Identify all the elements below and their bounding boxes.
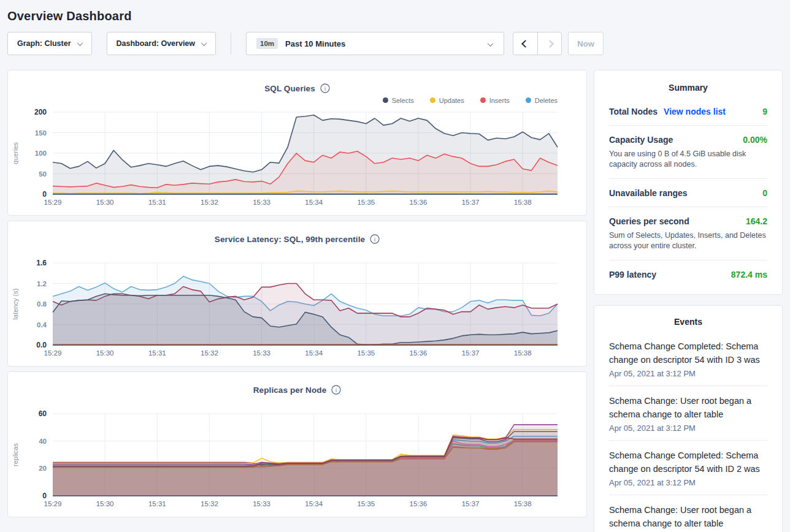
info-icon[interactable]: i xyxy=(320,83,330,93)
event-item[interactable]: Schema Change: User root began a schema … xyxy=(609,495,767,532)
summary-row-unavailable: Unavailable ranges 0 xyxy=(609,179,767,207)
graph-scope-label: Graph: Cluster xyxy=(17,39,71,48)
svg-text:0: 0 xyxy=(42,492,47,500)
legend-item[interactable]: Updates xyxy=(430,97,464,104)
svg-text:replicas: replicas xyxy=(12,443,19,466)
svg-text:15:29: 15:29 xyxy=(44,349,62,357)
sql-legend: SelectsUpdatesInsertsDeletes xyxy=(8,94,586,106)
chart-title: Service Latency: SQL, 99th percentile xyxy=(215,235,365,244)
svg-text:15:38: 15:38 xyxy=(514,500,532,507)
total-nodes-value: 9 xyxy=(762,107,767,116)
summary-row-p99: P99 latency 872.4 ms xyxy=(609,260,767,282)
time-nav-group xyxy=(513,32,562,55)
svg-text:15:31: 15:31 xyxy=(148,500,166,507)
legend-item[interactable]: Inserts xyxy=(480,97,510,104)
events-panel: Events Schema Change Completed: Schema c… xyxy=(594,305,783,532)
svg-text:0: 0 xyxy=(42,190,47,199)
sql-queries-plot[interactable]: 20015010050015:2915:3015:3115:3215:3315:… xyxy=(8,106,586,214)
svg-text:15:36: 15:36 xyxy=(410,199,428,206)
legend-label: Selects xyxy=(392,97,414,104)
legend-label: Inserts xyxy=(489,97,510,104)
svg-text:60: 60 xyxy=(39,409,47,418)
svg-text:50: 50 xyxy=(39,170,47,178)
event-timestamp: Apr 05, 2021 at 3:12 PM xyxy=(609,478,767,487)
chart-card-sql-queries: SQL Queries i SelectsUpdatesInsertsDelet… xyxy=(7,70,587,216)
summary-row-qps: Queries per second 164.2 Sum of Selects,… xyxy=(609,207,767,260)
replicas-per-node-plot[interactable]: 604020015:2915:3015:3115:3215:3315:3415:… xyxy=(8,408,586,515)
svg-text:15:30: 15:30 xyxy=(96,349,114,357)
info-icon[interactable]: i xyxy=(331,385,341,395)
legend-item[interactable]: Deletes xyxy=(526,97,558,104)
svg-text:15:34: 15:34 xyxy=(305,349,323,357)
event-item[interactable]: Schema Change Completed: Schema change o… xyxy=(609,332,767,386)
svg-text:100: 100 xyxy=(35,150,47,157)
chart-card-replicas-per-node: Replicas per Node i 604020015:2915:3015:… xyxy=(7,371,587,517)
charts-column: SQL Queries i SelectsUpdatesInsertsDelet… xyxy=(7,70,587,517)
svg-text:15:31: 15:31 xyxy=(148,349,166,357)
chart-header: SQL Queries i xyxy=(8,70,586,94)
event-text: Schema Change: User root began a schema … xyxy=(609,503,767,530)
event-item[interactable]: Schema Change Completed: Schema change o… xyxy=(609,440,767,495)
svg-text:15:29: 15:29 xyxy=(44,500,62,507)
svg-text:i: i xyxy=(336,387,337,393)
svg-text:i: i xyxy=(324,86,326,92)
legend-spacer xyxy=(8,245,586,257)
time-range-badge: 10m xyxy=(256,38,278,49)
dashboard-label: Dashboard: Overview xyxy=(117,39,196,48)
event-timestamp: Apr 05, 2021 at 3:12 PM xyxy=(609,424,767,433)
toolbar: Graph: Cluster Dashboard: Overview 10m P… xyxy=(7,32,783,55)
event-text: Schema Change Completed: Schema change o… xyxy=(609,340,767,367)
total-nodes-label: Total Nodes xyxy=(609,107,658,116)
chart-card-service-latency: Service Latency: SQL, 99th percentile i … xyxy=(7,221,587,367)
svg-text:15:36: 15:36 xyxy=(410,349,428,357)
unavailable-ranges-value: 0 xyxy=(762,188,767,198)
svg-text:15:32: 15:32 xyxy=(201,500,218,507)
legend-label: Updates xyxy=(439,97,464,104)
time-range-label: Past 10 Minutes xyxy=(285,39,345,48)
svg-text:200: 200 xyxy=(34,108,47,116)
info-icon[interactable]: i xyxy=(370,234,380,244)
summary-title: Summary xyxy=(609,83,767,93)
svg-text:15:38: 15:38 xyxy=(514,199,532,206)
svg-text:1.2: 1.2 xyxy=(37,280,47,287)
capacity-desc: You are using 0 B of 4.5 GiB usable disk… xyxy=(609,149,767,170)
svg-text:40: 40 xyxy=(39,438,47,445)
svg-text:15:34: 15:34 xyxy=(305,500,323,507)
service-latency-plot[interactable]: 1.61.20.80.40.015:2915:3015:3115:3215:33… xyxy=(8,257,586,365)
time-range-picker[interactable]: 10m Past 10 Minutes xyxy=(246,32,504,55)
event-item[interactable]: Schema Change: User root began a schema … xyxy=(609,386,767,440)
legend-item[interactable]: Selects xyxy=(383,97,414,104)
chart-title: Replicas per Node xyxy=(253,386,327,395)
now-button[interactable]: Now xyxy=(568,32,604,55)
legend-dot-icon xyxy=(480,97,486,103)
overview-dashboard-page: Overview Dashboard Graph: Cluster Dashbo… xyxy=(0,0,790,532)
svg-text:15:30: 15:30 xyxy=(96,199,114,206)
svg-text:15:30: 15:30 xyxy=(96,500,114,507)
svg-text:15:35: 15:35 xyxy=(357,199,375,206)
qps-desc: Sum of Selects, Updates, Inserts, and De… xyxy=(609,230,767,251)
svg-text:15:31: 15:31 xyxy=(148,199,166,206)
legend-dot-icon xyxy=(383,97,388,103)
chart-header: Service Latency: SQL, 99th percentile i xyxy=(8,221,586,245)
qps-value: 164.2 xyxy=(746,216,767,226)
chevron-right-icon xyxy=(546,40,554,48)
capacity-value: 0.00% xyxy=(743,135,767,145)
svg-text:1.6: 1.6 xyxy=(36,259,47,267)
svg-text:15:37: 15:37 xyxy=(462,199,480,206)
svg-text:0.0: 0.0 xyxy=(36,341,47,349)
chart-title: SQL Queries xyxy=(264,84,315,93)
graph-scope-dropdown[interactable]: Graph: Cluster xyxy=(7,32,92,55)
capacity-label: Capacity Usage xyxy=(609,135,673,145)
time-prev-button[interactable] xyxy=(513,32,537,55)
events-title: Events xyxy=(609,317,767,327)
event-text: Schema Change Completed: Schema change o… xyxy=(609,449,767,476)
dashboard-dropdown[interactable]: Dashboard: Overview xyxy=(107,32,217,55)
time-next-button[interactable] xyxy=(537,32,561,55)
svg-text:20: 20 xyxy=(39,465,47,472)
content: SQL Queries i SelectsUpdatesInsertsDelet… xyxy=(7,70,783,532)
unavailable-ranges-label: Unavailable ranges xyxy=(609,188,688,198)
svg-text:15:33: 15:33 xyxy=(253,199,270,206)
view-nodes-list-link[interactable]: View nodes list xyxy=(664,107,726,116)
svg-text:queries: queries xyxy=(12,142,19,164)
svg-text:15:36: 15:36 xyxy=(410,500,428,507)
